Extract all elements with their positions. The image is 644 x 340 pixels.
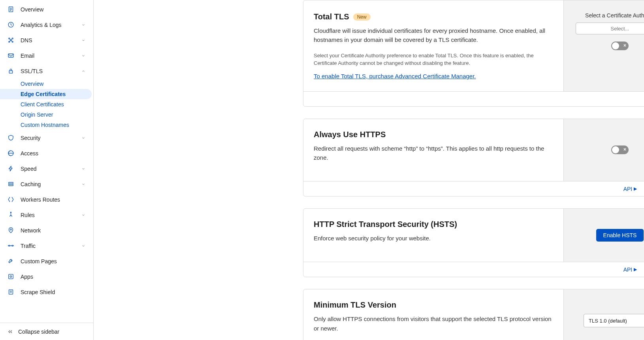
lock-icon xyxy=(7,68,14,75)
collapse-sidebar-button[interactable]: Collapse sidebar xyxy=(0,323,93,340)
card-description: Cloudflare will issue individual certifi… xyxy=(314,26,553,45)
card-min-tls: Minimum TLS Version Only allow HTTPS con… xyxy=(303,289,644,340)
sidebar-sub-overview[interactable]: Overview xyxy=(0,79,93,89)
ca-select[interactable]: Select... xyxy=(576,23,644,34)
svg-rect-25 xyxy=(9,290,13,294)
chevron-up-icon xyxy=(81,69,86,73)
sidebar-item-label: Workers Routes xyxy=(21,196,86,203)
collapse-sidebar-label: Collapse sidebar xyxy=(18,329,59,335)
sidebar-item-label: Traffic xyxy=(21,243,81,249)
always-https-toggle[interactable]: × xyxy=(611,145,629,154)
traffic-icon xyxy=(7,242,14,249)
ca-select-label: Select a Certificate Authority xyxy=(585,12,644,19)
apps-icon xyxy=(7,273,14,280)
sidebar-sub-origin-server[interactable]: Origin Server xyxy=(0,110,93,120)
purchase-acm-link[interactable]: To enable Total TLS, purchase Advanced C… xyxy=(314,73,476,79)
ca-select-placeholder: Select... xyxy=(611,26,629,32)
chevron-down-icon xyxy=(81,136,86,140)
chevron-down-icon xyxy=(81,182,86,186)
sidebar-item-label: Rules xyxy=(21,212,81,218)
api-link[interactable]: API▶ xyxy=(623,266,637,273)
sidebar-item-caching[interactable]: Caching xyxy=(0,176,93,192)
sidebar-item-label: Speed xyxy=(21,166,81,172)
drive-icon xyxy=(7,181,14,188)
svg-point-24 xyxy=(10,276,11,277)
sidebar-item-ssl-tls[interactable]: SSL/TLS xyxy=(0,63,93,79)
sidebar-item-security[interactable]: Security xyxy=(0,130,93,145)
sidebar-item-custom-pages[interactable]: Custom Pages xyxy=(0,253,93,269)
bolt-icon xyxy=(7,165,14,172)
sidebar-item-label: Overview xyxy=(21,6,86,13)
sidebar-item-access[interactable]: Access xyxy=(0,145,93,161)
card-description: Enforce web security policy for your web… xyxy=(314,234,553,243)
svg-line-11 xyxy=(11,39,12,40)
api-link[interactable]: API▶ xyxy=(623,186,637,192)
svg-rect-17 xyxy=(8,182,13,184)
pin-icon xyxy=(7,227,14,234)
badge-new: New xyxy=(353,13,371,21)
sidebar-item-email[interactable]: Email xyxy=(0,48,93,63)
card-title: Total TLS xyxy=(314,12,349,21)
rules-icon xyxy=(7,212,14,219)
sidebar-item-workers-routes[interactable]: Workers Routes xyxy=(0,192,93,207)
sidebar-item-speed[interactable]: Speed xyxy=(0,161,93,176)
mail-icon xyxy=(7,52,14,59)
chevron-double-left-icon xyxy=(7,329,14,335)
scrape-icon xyxy=(7,289,14,296)
sidebar-item-rules[interactable]: Rules xyxy=(0,207,93,223)
chevron-down-icon xyxy=(81,23,86,27)
svg-line-13 xyxy=(11,41,12,42)
dns-icon xyxy=(7,37,14,44)
chevron-down-icon xyxy=(81,244,86,248)
sidebar-item-label: SSL/TLS xyxy=(21,68,81,74)
sidebar-item-label: Email xyxy=(21,53,81,59)
total-tls-toggle[interactable]: × xyxy=(611,42,629,50)
card-hsts: HTTP Strict Transport Security (HSTS) En… xyxy=(303,208,644,277)
card-always-https: Always Use HTTPS Redirect all requests w… xyxy=(303,119,644,197)
chevron-down-icon xyxy=(81,54,86,58)
chevron-down-icon xyxy=(81,213,86,217)
sidebar-item-apps[interactable]: Apps xyxy=(0,269,93,284)
svg-point-20 xyxy=(10,229,11,230)
main-content: Total TLS New Cloudflare will issue indi… xyxy=(94,0,644,340)
sidebar-item-network[interactable]: Network xyxy=(0,223,93,238)
svg-line-10 xyxy=(9,39,10,40)
sidebar-item-label: Custom Pages xyxy=(21,258,86,264)
sidebar-sub-edge-certificates[interactable]: Edge Certificates xyxy=(0,89,92,99)
sidebar-item-traffic[interactable]: Traffic xyxy=(0,238,93,253)
svg-line-12 xyxy=(9,41,10,42)
sidebar-item-label: DNS xyxy=(21,37,81,43)
sidebar-item-dns[interactable]: DNS xyxy=(0,32,93,48)
sidebar-item-label: Apps xyxy=(21,274,86,280)
chevron-down-icon xyxy=(81,167,86,171)
min-tls-value: TLS 1.0 (default) xyxy=(589,318,627,324)
card-title: Minimum TLS Version xyxy=(314,300,396,310)
sidebar-item-analytics-logs[interactable]: Analytics & Logs xyxy=(0,17,93,32)
card-title: Always Use HTTPS xyxy=(314,130,386,139)
clock-icon xyxy=(7,21,14,28)
min-tls-select[interactable]: TLS 1.0 (default) xyxy=(584,314,644,327)
svg-rect-14 xyxy=(8,54,13,57)
card-description: Only allow HTTPS connections from visito… xyxy=(314,314,553,333)
svg-rect-18 xyxy=(8,184,13,186)
sidebar-item-label: Security xyxy=(21,135,81,141)
sidebar-item-label: Access xyxy=(21,150,86,157)
card-hint: Select your Certificate Authority prefer… xyxy=(314,52,553,67)
card-total-tls: Total TLS New Cloudflare will issue indi… xyxy=(303,0,644,107)
sidebar-item-label: Network xyxy=(21,227,86,234)
enable-hsts-button[interactable]: Enable HSTS xyxy=(596,229,644,242)
workers-icon xyxy=(7,196,14,203)
sidebar-item-label: Analytics & Logs xyxy=(21,22,81,28)
sidebar-item-overview[interactable]: Overview xyxy=(0,2,93,17)
card-title: HTTP Strict Transport Security (HSTS) xyxy=(314,220,457,229)
chevron-down-icon xyxy=(81,38,86,42)
wrench-icon xyxy=(7,258,14,265)
sidebar-item-scrape-shield[interactable]: Scrape Shield xyxy=(0,284,93,300)
sidebar-sub-client-certificates[interactable]: Client Certificates xyxy=(0,99,93,110)
sidebar-sub-custom-hostnames[interactable]: Custom Hostnames xyxy=(0,120,93,130)
access-icon xyxy=(7,150,14,157)
shield-icon xyxy=(7,134,14,142)
svg-rect-23 xyxy=(8,274,13,279)
file-icon xyxy=(7,6,14,13)
sidebar-item-label: Scrape Shield xyxy=(21,289,86,295)
